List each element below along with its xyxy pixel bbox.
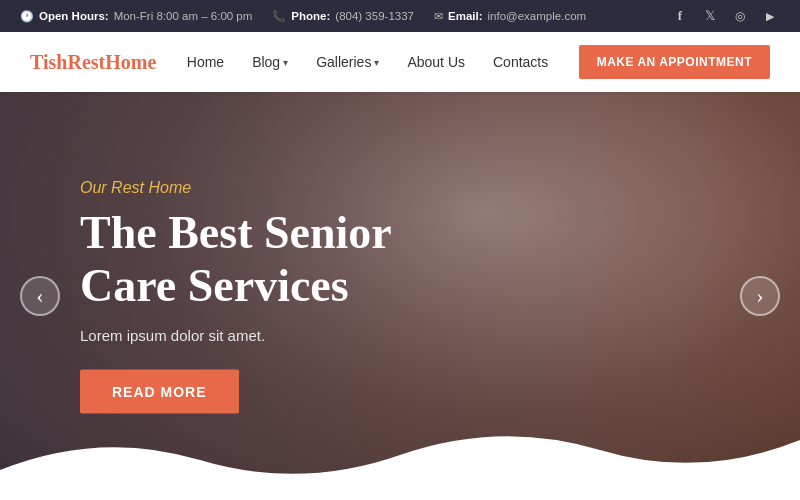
nav-item-galleries[interactable]: Galleries ▾: [316, 54, 379, 70]
nav-item-home[interactable]: Home: [187, 54, 224, 70]
hero-section: Our Rest Home The Best Senior Care Servi…: [0, 92, 800, 500]
read-more-button[interactable]: READ MORE: [80, 369, 239, 413]
open-hours-item: Open Hours: Mon-Fri 8:00 am – 6:00 pm: [20, 10, 252, 23]
nav-link-galleries[interactable]: Galleries: [316, 54, 371, 70]
blog-dropdown-arrow: ▾: [283, 57, 288, 68]
hero-title-line1: The Best Senior: [80, 207, 392, 258]
nav-link-about[interactable]: About Us: [407, 54, 465, 70]
galleries-dropdown-arrow: ▾: [374, 57, 379, 68]
hero-wave: [0, 420, 800, 500]
nav-item-contacts[interactable]: Contacts: [493, 54, 548, 70]
top-bar-left: Open Hours: Mon-Fri 8:00 am – 6:00 pm Ph…: [20, 10, 586, 23]
make-appointment-button[interactable]: MAKE AN APPOINTMENT: [579, 45, 770, 79]
hero-subtitle: Our Rest Home: [80, 179, 392, 197]
logo[interactable]: TishRestHome: [30, 51, 156, 74]
carousel-prev-button[interactable]: ‹: [20, 276, 60, 316]
top-bar: Open Hours: Mon-Fri 8:00 am – 6:00 pm Ph…: [0, 0, 800, 32]
phone-item: Phone: (804) 359-1337: [272, 10, 414, 23]
nav-links: Home Blog ▾ Galleries ▾ About Us Contact…: [187, 54, 548, 70]
instagram-icon[interactable]: ◎: [730, 6, 750, 26]
social-links: f 𝕏 ◎ ▶: [670, 6, 780, 26]
carousel-next-button[interactable]: ›: [740, 276, 780, 316]
nav-link-home[interactable]: Home: [187, 54, 224, 70]
hero-description: Lorem ipsum dolor sit amet.: [80, 326, 392, 343]
phone-icon: [272, 10, 286, 23]
email-value: info@example.com: [488, 10, 587, 22]
main-nav: TishRestHome Home Blog ▾ Galleries ▾ Abo…: [0, 32, 800, 92]
youtube-icon[interactable]: ▶: [760, 6, 780, 26]
twitter-icon[interactable]: 𝕏: [700, 6, 720, 26]
email-icon: [434, 10, 443, 23]
email-item: Email: info@example.com: [434, 10, 586, 23]
nav-link-blog[interactable]: Blog: [252, 54, 280, 70]
open-hours-label: Open Hours:: [39, 10, 109, 22]
clock-icon: [20, 10, 34, 23]
nav-link-contacts[interactable]: Contacts: [493, 54, 548, 70]
hero-content: Our Rest Home The Best Senior Care Servi…: [80, 179, 392, 414]
phone-value: (804) 359-1337: [335, 10, 414, 22]
phone-label: Phone:: [291, 10, 330, 22]
open-hours-value: Mon-Fri 8:00 am – 6:00 pm: [114, 10, 253, 22]
nav-item-blog[interactable]: Blog ▾: [252, 54, 288, 70]
hero-title-line2: Care Services: [80, 260, 349, 311]
chevron-right-icon: ›: [756, 285, 763, 307]
chevron-left-icon: ‹: [36, 285, 43, 307]
email-label: Email:: [448, 10, 483, 22]
nav-item-about[interactable]: About Us: [407, 54, 465, 70]
hero-title: The Best Senior Care Services: [80, 207, 392, 313]
facebook-icon[interactable]: f: [670, 6, 690, 26]
